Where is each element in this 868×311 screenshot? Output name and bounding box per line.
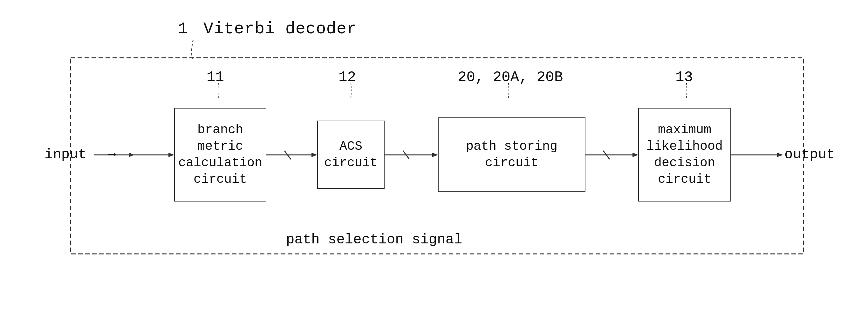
diagram-container: 1 Viterbi decoder [0,0,868,311]
bracket-svg [0,0,868,311]
output-label: output [784,147,835,163]
svg-marker-13 [777,153,783,157]
viterbi-label: Viterbi decoder [204,20,357,38]
path-selection-signal-label: path selection signal [286,232,462,247]
svg-marker-5 [311,153,317,157]
ref-num-12: 12 [339,69,356,86]
svg-line-7 [403,151,409,159]
block-max-likelihood: maximum likelihood decision circuit [638,108,731,202]
input-arrow-dash: → [108,147,116,163]
viterbi-number: 1 [178,20,188,38]
svg-marker-2 [168,153,174,157]
svg-marker-11 [632,153,638,157]
block-path-storing: path storing circuit [438,117,585,192]
input-label: input [44,147,87,163]
ref-num-13: 13 [675,69,693,86]
block-acs: ACS circuit [317,120,384,189]
svg-line-10 [603,151,610,159]
ref-num-11: 11 [207,69,224,86]
ref-num-20: 20, 20A, 20B [458,69,563,86]
svg-marker-15 [129,153,134,157]
svg-line-4 [284,151,291,159]
svg-marker-8 [432,153,438,157]
block-branch-metric: branch metric calculation circuit [174,108,266,202]
